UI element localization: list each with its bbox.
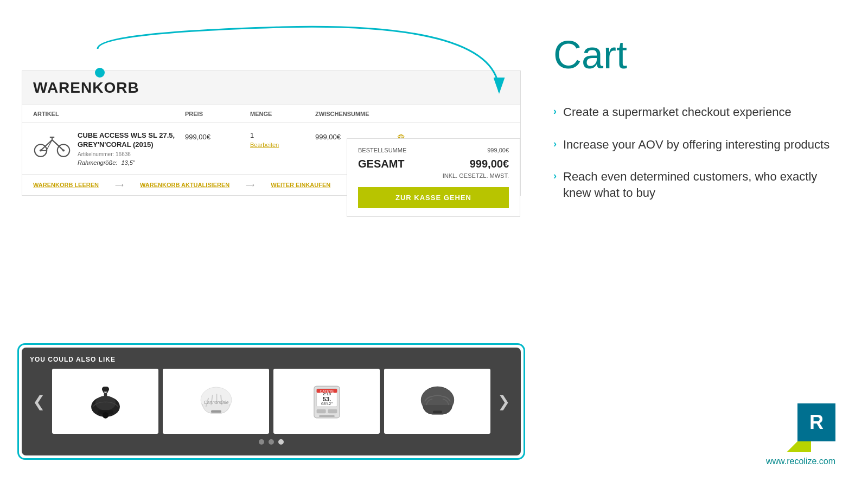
checkout-button[interactable]: ZUR KASSE GEHEN — [358, 187, 509, 208]
rec-product-2[interactable]: Cannondale — [163, 369, 269, 434]
summary-box: BESTELLSUMME 999,00€ GESAMT 999,00€ INKL… — [347, 138, 520, 217]
bullet-text-1: Create a supermarket checkout experience — [563, 104, 792, 120]
chevron-icon-3: › — [553, 170, 557, 182]
tax-row: INKL. GESETZL. MWST. — [358, 172, 509, 179]
rec-product-img-4 — [413, 377, 462, 426]
logo-area: R www.recolize.com — [766, 403, 835, 466]
col-artikel: ARTIKEL — [33, 111, 185, 117]
bike-icon — [33, 131, 71, 158]
svg-text:68'42": 68'42" — [321, 401, 333, 406]
col-preis: PREIS — [185, 111, 250, 117]
svg-rect-17 — [104, 393, 107, 400]
rec-product-4[interactable] — [384, 369, 490, 434]
svg-rect-34 — [316, 409, 326, 413]
arrow-dot — [95, 68, 105, 78]
cart-item-price: 999,00€ — [185, 131, 250, 141]
left-panel: WARENKORB ARTIKEL PREIS MENGE ZWISCHENSU… — [11, 16, 532, 472]
helmet-white-icon: Cannondale — [193, 378, 239, 425]
page-title: Cart — [553, 33, 835, 77]
svg-text:Cannondale: Cannondale — [203, 400, 228, 405]
cart-heading: WARENKORB — [33, 79, 509, 97]
rec-products: ❮ — [30, 369, 513, 434]
svg-rect-35 — [328, 409, 337, 413]
separator-2: ⟶ — [246, 182, 254, 189]
bullet-text-2: Increase your AOV by offering interestin… — [563, 137, 829, 153]
rec-dots — [30, 439, 513, 445]
bullet-list: › Create a supermarket checkout experien… — [553, 104, 835, 201]
svg-line-10 — [52, 140, 58, 145]
svg-text:CATEYE: CATEYE — [320, 389, 334, 393]
cart-table-header: ARTIKEL PREIS MENGE ZWISCHENSUMME — [22, 105, 520, 123]
bullet-item-3: › Reach even determined customers, who e… — [553, 169, 835, 201]
rec-product-img-2: Cannondale — [192, 377, 240, 426]
right-panel: Cart › Create a supermarket checkout exp… — [521, 0, 868, 488]
rec-dot-2[interactable] — [269, 439, 274, 445]
rec-next-button[interactable]: ❯ — [495, 393, 513, 410]
qty-edit-link[interactable]: Bearbeiten — [250, 142, 279, 148]
svg-rect-36 — [319, 415, 334, 417]
svg-rect-25 — [211, 410, 221, 413]
bestellsumme-row: BESTELLSUMME 999,00€ — [358, 147, 509, 153]
bell-icon — [82, 378, 129, 425]
qty-number: 1 — [250, 131, 254, 139]
svg-rect-38 — [433, 410, 442, 413]
bike-computer-icon: 2:18 53. 68'42" CATEYE — [304, 378, 350, 425]
svg-point-16 — [102, 412, 108, 418]
cart-mockup: WARENKORB ARTIKEL PREIS MENGE ZWISCHENSU… — [22, 70, 521, 196]
rec-title: YOU COULD ALSO LIKE — [30, 356, 513, 363]
svg-line-9 — [47, 140, 53, 151]
logo-square: R — [797, 403, 835, 441]
col-zwischensumme: ZWISCHENSUMME — [315, 111, 397, 117]
bestellsumme-value: 999,00€ — [487, 147, 509, 153]
cart-item-number: Artikelnummer: 16636 — [78, 151, 185, 157]
cart-item-name: CUBE ACCESS WLS SL 27.5, GREY'N'CORAL (2… — [78, 131, 185, 150]
svg-rect-19 — [101, 387, 108, 391]
bullet-item-1: › Create a supermarket checkout experien… — [553, 104, 835, 120]
chevron-icon-1: › — [553, 106, 557, 117]
continue-shopping-link[interactable]: WEITER EINKAUFEN — [271, 182, 330, 188]
rec-product-1[interactable] — [52, 369, 158, 434]
bestellsumme-label: BESTELLSUMME — [358, 147, 406, 153]
cart-item-size: Rahmengröße: 13,5" — [78, 159, 185, 166]
rec-prev-button[interactable]: ❮ — [30, 393, 48, 410]
recommendations-section: YOU COULD ALSO LIKE ❮ — [22, 348, 521, 455]
col-menge: MENGE — [250, 111, 315, 117]
logo-letter: R — [809, 411, 824, 434]
empty-cart-link[interactable]: WARENKORB LEEREN — [33, 182, 99, 188]
rec-dot-3[interactable] — [278, 439, 284, 445]
col-actions — [397, 111, 429, 117]
rec-product-3[interactable]: 2:18 53. 68'42" CATEYE — [273, 369, 380, 434]
logo-box: R — [787, 403, 835, 452]
update-cart-link[interactable]: WARENKORB AKTUALISIEREN — [140, 182, 229, 188]
rec-product-img-3: 2:18 53. 68'42" CATEYE — [302, 377, 351, 426]
logo-url[interactable]: www.recolize.com — [766, 457, 835, 466]
cart-item-details: CUBE ACCESS WLS SL 27.5, GREY'N'CORAL (2… — [78, 131, 185, 166]
cart-item-qty: 1 Bearbeiten — [250, 131, 315, 148]
gesamt-row: GESAMT 999,00€ — [358, 158, 509, 170]
bullet-item-2: › Increase your AOV by offering interest… — [553, 137, 835, 153]
gesamt-value: 999,00€ — [470, 158, 509, 170]
cart-item-product: CUBE ACCESS WLS SL 27.5, GREY'N'CORAL (2… — [33, 131, 185, 166]
chevron-icon-2: › — [553, 138, 557, 150]
rec-dot-1[interactable] — [259, 439, 264, 445]
bullet-text-3: Reach even determined customers, who exa… — [563, 169, 835, 201]
rec-product-img-1 — [81, 377, 130, 426]
gesamt-label: GESAMT — [358, 158, 405, 170]
dark-helmet-icon — [414, 378, 461, 425]
separator-1: ⟶ — [115, 182, 124, 189]
